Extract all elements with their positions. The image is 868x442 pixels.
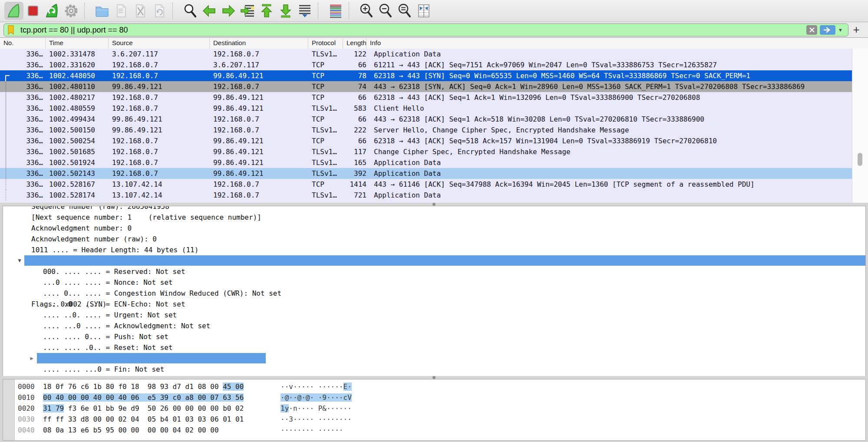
packet-row[interactable]: 336…1002.52817413.107.42.14192.168.0.7TL…: [0, 190, 868, 201]
colorize-packets-button[interactable]: [326, 2, 345, 20]
hex-line[interactable]: 004008 0a 13 e6 b5 95 00 00 00 00 04 02 …: [18, 425, 865, 435]
packet-row[interactable]: 336…1002.501924192.168.0.799.86.49.121TL…: [0, 157, 868, 168]
save-file-button[interactable]: [112, 2, 131, 20]
find-packet-button[interactable]: [181, 2, 200, 20]
packet-list-scrollbar[interactable]: [852, 49, 868, 203]
detail-line[interactable]: .... .... 0... = Push: Not set: [3, 331, 865, 342]
save-document-icon: [113, 3, 129, 19]
detail-line-flags-selected[interactable]: ▼ Flags: 0x002 (SYN): [3, 255, 865, 266]
zoom-reset-button[interactable]: [395, 2, 414, 20]
column-header-protocol[interactable]: Protocol: [308, 38, 343, 49]
packet-list-header[interactable]: No. Time Source Destination Protocol Len…: [0, 38, 868, 49]
stop-capture-button[interactable]: [23, 2, 43, 20]
capture-options-button[interactable]: [62, 2, 81, 20]
go-to-top-button[interactable]: [257, 2, 276, 20]
packet-row[interactable]: 336…1002.500254192.168.0.799.86.49.121TC…: [0, 135, 868, 146]
go-forward-button[interactable]: [219, 2, 238, 20]
hex-line[interactable]: 002031 79 f3 6e 01 bb 9e d9 50 26 00 00 …: [18, 403, 865, 414]
open-file-button[interactable]: [92, 2, 112, 20]
detail-line[interactable]: ...0 .... .... = Nonce: Not set: [3, 277, 865, 288]
gear-icon: [63, 3, 79, 19]
packet-row[interactable]: 336…1002.501685192.168.0.799.86.49.121TL…: [0, 146, 868, 157]
packet-row-related[interactable]: 336…1002.502143192.168.0.799.86.49.121TL…: [0, 168, 868, 179]
detail-line[interactable]: [Next sequence number: 1 (relative seque…: [3, 212, 865, 223]
detail-line[interactable]: 000. .... .... = Reserved: Not set: [3, 266, 865, 277]
main-toolbar: [0, 0, 868, 22]
packet-details-pane[interactable]: Sequence number (raw): 2665041958 [Next …: [3, 206, 866, 377]
detail-line[interactable]: .... ...0 .... = Acknowledgment: Not set: [3, 320, 865, 331]
reload-file-button[interactable]: [150, 2, 169, 20]
packet-list-pane: No. Time Source Destination Protocol Len…: [0, 38, 868, 203]
packet-row[interactable]: 336…1002.331620192.168.0.73.6.207.117TCP…: [0, 59, 868, 70]
display-filter-input[interactable]: tcp.port == 80 || udp.port == 80 ▼: [3, 23, 848, 36]
folder-icon: [94, 3, 110, 19]
stop-icon: [25, 3, 41, 19]
restart-fin-icon: [44, 3, 60, 19]
column-header-no[interactable]: No.: [0, 38, 46, 49]
arrow-down-bar-icon: [278, 3, 294, 19]
filter-clear-button[interactable]: [806, 25, 817, 35]
toolbar-separator: [349, 3, 353, 19]
packet-row[interactable]: 336…1002.3314783.6.207.117192.168.0.7TLS…: [0, 49, 868, 59]
restart-capture-button[interactable]: [43, 2, 62, 20]
column-header-destination[interactable]: Destination: [210, 38, 308, 49]
filter-history-dropdown[interactable]: ▼: [838, 27, 843, 33]
splitter-handle-dot[interactable]: [432, 203, 436, 206]
go-to-bottom-button[interactable]: [276, 2, 295, 20]
packet-row[interactable]: 336…1002.49943499.86.49.121192.168.0.7TC…: [0, 114, 868, 125]
expander-open-icon[interactable]: ▼: [15, 255, 24, 266]
hex-line[interactable]: 0030ff ff 33 d8 00 00 02 04 05 b4 01 03 …: [18, 414, 865, 425]
packet-rows: 336…1002.3314783.6.207.117192.168.0.7TLS…: [0, 49, 868, 201]
detail-line[interactable]: Sequence number (raw): 2665041958: [3, 206, 865, 212]
start-capture-button[interactable]: [4, 2, 23, 20]
filter-add-button[interactable]: +: [850, 23, 863, 36]
zoom-out-icon: [378, 3, 393, 19]
magnifier-icon: [182, 3, 198, 19]
detail-line[interactable]: .... .0.. .... = ECN-Echo: Not set: [3, 299, 865, 310]
column-header-info[interactable]: Info: [366, 38, 868, 49]
detail-line[interactable]: .... ..0. .... = Urgent: Not set: [3, 310, 865, 320]
detail-line[interactable]: .... 0... .... = Congestion Window Reduc…: [3, 288, 865, 299]
zoom-reset-icon: [397, 3, 413, 19]
resize-columns-icon: [416, 3, 432, 19]
detail-line[interactable]: Acknowledgment number: 0: [3, 223, 865, 234]
filter-expression-text[interactable]: tcp.port == 80 || udp.port == 80: [20, 26, 806, 35]
arrow-left-icon: [201, 3, 217, 19]
packet-row[interactable]: 336…1002.48011099.86.49.121192.168.0.7TC…: [0, 81, 868, 92]
packet-row-selected[interactable]: 336…1002.448050192.168.0.799.86.49.121TC…: [0, 70, 868, 81]
detail-line[interactable]: 1011 .... = Header Length: 44 bytes (11): [3, 244, 865, 255]
column-header-time[interactable]: Time: [46, 38, 109, 49]
detail-line[interactable]: .... .... ...0 = Fin: Not set: [3, 364, 865, 375]
go-back-button[interactable]: [200, 2, 219, 20]
splitter-handle-dot[interactable]: [432, 376, 436, 379]
close-file-button[interactable]: [131, 2, 150, 20]
packet-row[interactable]: 336…1002.480217192.168.0.799.86.49.121TC…: [0, 92, 868, 103]
auto-scroll-button[interactable]: [295, 2, 314, 20]
zoom-out-button[interactable]: [376, 2, 395, 20]
packet-row[interactable]: 336…1002.52816713.107.42.14192.168.0.7TC…: [0, 179, 868, 190]
go-to-packet-button[interactable]: [238, 2, 257, 20]
scrollbar-thumb[interactable]: [858, 153, 862, 166]
colorize-icon: [328, 3, 343, 19]
bookmark-icon[interactable]: [7, 25, 15, 35]
detail-line[interactable]: Acknowledgment number (raw): 0: [3, 234, 865, 244]
details-tree: Sequence number (raw): 2665041958 [Next …: [3, 206, 865, 375]
hex-line[interactable]: 000018 0f 76 c6 1b 80 f0 18 98 93 d7 d1 …: [18, 381, 865, 392]
go-to-packet-icon: [240, 3, 255, 19]
packet-row[interactable]: 336…1002.480559192.168.0.799.86.49.121TL…: [0, 103, 868, 114]
detail-line-syn-selected[interactable]: ▶ .... .... ..1. = Syn: Set: [3, 353, 865, 364]
close-document-icon: [132, 3, 148, 19]
column-header-length[interactable]: Length: [343, 38, 366, 49]
zoom-in-button[interactable]: [357, 2, 376, 20]
toolbar-separator: [84, 3, 89, 19]
resize-columns-button[interactable]: [414, 2, 433, 20]
auto-scroll-icon: [297, 3, 313, 19]
field-highlight-bar: [24, 255, 865, 266]
filter-apply-button[interactable]: [820, 25, 835, 35]
detail-line[interactable]: .... .... .0.. = Reset: Not set: [3, 342, 865, 353]
hex-line[interactable]: 001000 40 00 00 40 00 40 06 e5 39 c0 a8 …: [18, 392, 865, 403]
packet-row[interactable]: 336…1002.50015099.86.49.121192.168.0.7TL…: [0, 125, 868, 135]
hex-dump-pane[interactable]: 000018 0f 76 c6 1b 80 f0 18 98 93 d7 d1 …: [3, 379, 866, 441]
column-header-source[interactable]: Source: [109, 38, 210, 49]
expander-closed-icon[interactable]: ▶: [27, 353, 36, 364]
